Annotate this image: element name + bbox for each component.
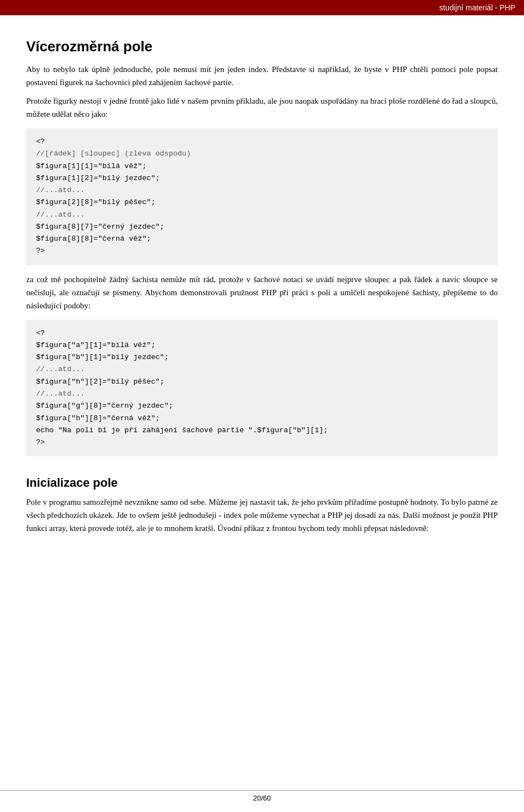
code2-line-5: //...atd... [36,388,488,400]
code1-line-0: <? [36,136,488,148]
code2-line-9: ?> [36,437,488,449]
code2-line-1: $figura["a"][1]="bílá věž"; [36,339,488,351]
header-title: studijní materiál - PHP [439,3,515,12]
code1-line-9: ?> [36,245,488,257]
section1-para3: za což mě pochopitelně žádný šachista ne… [26,273,498,312]
section1-para2: Protože figurky nestojí v jedné frontě j… [26,94,498,121]
code1-line-7: $figura[8][7]="černý jezdec"; [36,221,488,233]
section2-heading: Inicializace pole [26,476,498,490]
code-block-2: <? $figura["a"][1]="bílá věž"; $figura["… [26,320,498,457]
code2-line-2: $figura["b"][1]="bílý jezdec"; [36,351,488,363]
code2-line-3: //...atd... [36,363,488,375]
code-block-1: <? //[řádek] [sloupec] (zleva odspodu) $… [26,128,498,265]
section1-para1: Aby to nebylo tak úplně jednoduché, pole… [26,63,498,89]
code2-line-7: $figura["h"][8]="černá věž"; [36,413,488,425]
code1-line-8: $figura[8][8]="černá věž"; [36,233,488,245]
code2-line-8: echo "Na poli b1 je při zahájení šachové… [36,425,488,437]
code1-line-3: $figura[1][2]="bílý jezdec"; [36,172,488,184]
code1-line-2: $figura[1][1]="bílá věž"; [36,160,488,172]
section2-para1: Pole v programu samozřejmě nevznikne sam… [26,495,498,535]
code2-line-6: $figura["g"][8]="černý jezdec"; [36,400,488,412]
header-bar: studijní materiál - PHP [0,0,524,15]
code1-line-4: //...atd... [36,184,488,196]
footer: 20/60 [0,790,524,802]
code2-line-0: <? [36,327,488,339]
section1-heading: Vícerozměrná pole [26,38,498,55]
content: Vícerozměrná pole Aby to nebylo tak úpln… [0,15,524,584]
page-number: 20/60 [253,794,271,802]
code1-line-1: //[řádek] [sloupec] (zleva odspodu) [36,148,488,160]
code1-line-6: //...atd... [36,209,488,221]
code2-line-4: $figura["h"][2]="bílý pěšec"; [36,376,488,388]
code1-line-5: $figura[2][8]="bílý pěšec"; [36,196,488,208]
